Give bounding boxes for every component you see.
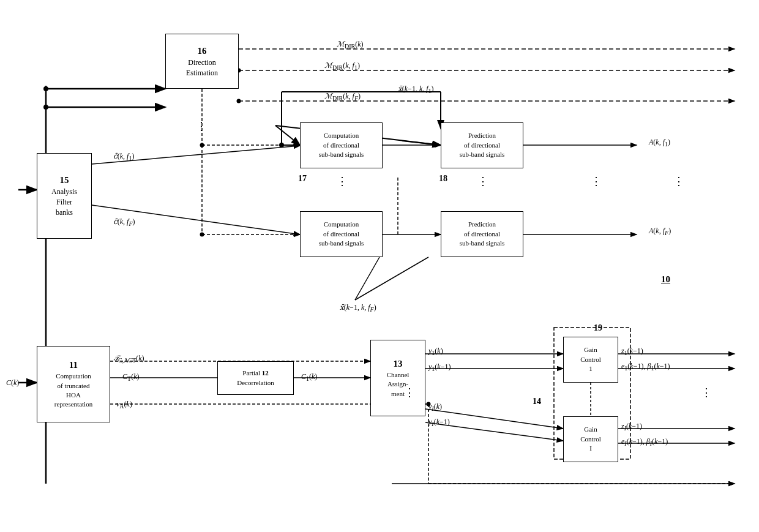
label-c-tilde-f1: c̃(k, f1) — [113, 152, 134, 162]
block-16-num: 16 — [198, 45, 207, 58]
label-19: 19 — [594, 323, 602, 333]
label-xbar-fF: x̄(k−1, k, fF) — [340, 303, 376, 313]
label-Ck: C(k) — [6, 378, 19, 388]
svg-point-6 — [43, 86, 48, 91]
svg-point-35 — [200, 233, 204, 237]
dots-4: ⋮ — [591, 174, 602, 188]
label-CT: CT(k) — [122, 372, 139, 382]
block-16: 16 DirectionEstimation — [165, 34, 239, 89]
block-gci: GainControlI — [563, 416, 618, 462]
svg-point-24 — [279, 143, 284, 148]
block-17b-text: Computationof directionalsub-band signal… — [319, 220, 364, 248]
label-c-tilde-fF: c̃(k, fF) — [113, 217, 135, 227]
label-A-fF: A(k, fF) — [649, 227, 671, 236]
label-m-dir-k: ℳDIR(k) — [337, 40, 364, 50]
block-13: 13 ChannelAssign-ment — [370, 340, 425, 416]
block-18a: Predictionof directionalsub-band signals — [441, 122, 523, 168]
diagram: 16 DirectionEstimation 15 AnalysisFilter… — [0, 0, 759, 532]
block-18b-text: Predictionof directionalsub-band signals — [460, 220, 505, 248]
block-12-text: Partial 12Decorrelation — [237, 369, 274, 388]
label-zIk1: zI(k−1) — [621, 422, 642, 432]
label-y1k: y1(k) — [428, 347, 443, 356]
block-11-num: 11 — [69, 359, 78, 372]
label-vA: vA(k) — [116, 400, 132, 410]
label-18: 18 — [439, 174, 447, 184]
block-gci-text: GainControlI — [580, 425, 601, 453]
label-e1b1: e1(k−1), β1(k−1) — [621, 362, 670, 372]
block-15-num: 15 — [60, 174, 69, 187]
dots-7: ⋮ — [701, 386, 712, 399]
dots-3: ⋮ — [477, 174, 488, 188]
block-18a-text: Predictionof directionalsub-band signals — [460, 131, 505, 159]
label-14: 14 — [533, 397, 541, 406]
block-11-text: Computationof truncatedHOArepresentation — [54, 372, 92, 410]
label-m-dir-kfF: ℳDIR(k, fF) — [324, 92, 361, 102]
svg-line-27 — [355, 257, 428, 300]
block-gc1: GainControl1 — [563, 337, 618, 383]
svg-point-12 — [237, 99, 241, 103]
label-17: 17 — [298, 174, 307, 184]
label-z1k1: z1(k−1) — [621, 347, 643, 356]
block-15: 15 AnalysisFilterbanks — [37, 153, 92, 239]
dots-2: ⋮ — [337, 174, 348, 188]
label-yIk1: yI(k−1) — [428, 418, 450, 427]
label-yIk: yI(k) — [428, 402, 442, 412]
block-15-text: AnalysisFilterbanks — [51, 187, 77, 217]
arrows-svg — [0, 0, 759, 532]
svg-line-16 — [275, 126, 300, 145]
dots-5: ⋮ — [673, 174, 684, 188]
label-m-dir-kf1: ℳDIR(k, f1) — [324, 61, 360, 71]
label-ICACT: 𝒯C,ACT(k) — [113, 354, 144, 364]
block-13-num: 13 — [394, 358, 403, 370]
block-gc1-text: GainControl1 — [580, 345, 601, 373]
label-C1: C1(k) — [301, 372, 317, 382]
block-12: Partial 12Decorrelation — [217, 361, 294, 395]
svg-line-17 — [402, 141, 441, 145]
dots-1: ⋮ — [196, 119, 207, 133]
block-11: 11 Computationof truncatedHOArepresentat… — [37, 346, 110, 422]
block-16-text: DirectionEstimation — [186, 58, 218, 78]
svg-line-26 — [355, 257, 380, 300]
block-17b: Computationof directionalsub-band signal… — [300, 211, 383, 257]
label-10: 10 — [661, 274, 670, 285]
block-17a: Computationof directionalsub-band signal… — [300, 122, 383, 168]
label-y1k1: y1(k−1) — [428, 362, 451, 372]
dots-6: ⋮ — [404, 386, 415, 399]
block-17a-text: Computationof directionalsub-band signal… — [319, 131, 364, 159]
block-18b: Predictionof directionalsub-band signals — [441, 211, 523, 257]
label-eIbI: eI(k−1), βI(k−1) — [621, 437, 668, 447]
label-xbar-f1: x̄(k−1, k, f1) — [398, 84, 434, 94]
label-A-f1: A(k, f1) — [649, 138, 670, 148]
svg-point-7 — [43, 105, 48, 110]
svg-point-34 — [200, 143, 204, 148]
